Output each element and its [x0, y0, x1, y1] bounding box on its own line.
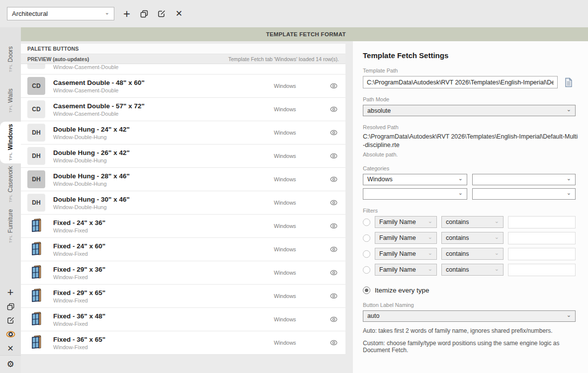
- add-tab-button[interactable]: +: [121, 8, 132, 19]
- palette-row[interactable]: Fixed - 24" x 60" Window-Fixed Windows: [21, 238, 345, 261]
- sidebar-tab-casework[interactable]: TPL Casework: [0, 163, 21, 205]
- sidebar-tab-walls[interactable]: TPL Walls: [0, 80, 21, 122]
- duplicate-row-button[interactable]: [5, 301, 15, 311]
- preview-status: Template Fetch tab 'Windows' loaded 14 r…: [228, 56, 339, 62]
- filter-field-select[interactable]: Family Name ⌄: [375, 264, 437, 276]
- duplicate-tab-button[interactable]: [139, 8, 150, 19]
- edit-icon: [157, 9, 166, 18]
- eye-icon[interactable]: [329, 153, 338, 159]
- toggle-visibility-button[interactable]: [5, 329, 15, 339]
- top-toolbar: Architectural ⌄ + ✕: [0, 0, 588, 27]
- eye-icon[interactable]: [329, 293, 338, 299]
- palette-row[interactable]: DH Double Hung - 24" x 42" Window-Double…: [21, 121, 345, 145]
- eye-icon[interactable]: [329, 200, 338, 206]
- edit-tab-button[interactable]: [156, 8, 167, 19]
- sidebar-tab-furniture[interactable]: TPL Furniture: [0, 205, 21, 247]
- category-select[interactable]: Windows ⌄: [363, 174, 467, 185]
- copy-icon: [140, 9, 149, 18]
- page-title: TEMPLATE FETCH FORMAT: [21, 27, 588, 41]
- filter-operator-select[interactable]: contains ⌄: [441, 232, 504, 244]
- add-row-button[interactable]: +: [5, 288, 15, 298]
- eye-icon[interactable]: [329, 83, 338, 89]
- window-family-icon: [27, 335, 45, 350]
- palette-row-partial[interactable]: Window-Casement-Double: [21, 64, 345, 75]
- copy-icon: [6, 302, 15, 311]
- row-subtitle: Window-Fixed: [53, 274, 274, 280]
- chevron-down-icon: ⌄: [495, 266, 499, 272]
- tab-prefix: TPL: [8, 195, 13, 203]
- filter-enable-radio[interactable]: [363, 219, 370, 226]
- palette-row[interactable]: Fixed - 24" x 36" Window-Fixed Windows: [21, 215, 345, 238]
- filter-field-select[interactable]: Family Name ⌄: [375, 232, 437, 244]
- eye-icon[interactable]: [329, 130, 338, 136]
- settings-gear-button[interactable]: ⚙: [0, 355, 21, 373]
- eye-icon[interactable]: [329, 223, 338, 229]
- filter-field-select[interactable]: Family Name ⌄: [375, 216, 437, 228]
- sidebar-tab-doors[interactable]: TPL Doors: [0, 38, 21, 80]
- path-mode-select[interactable]: absolute ⌄: [363, 105, 576, 116]
- resolved-path-value: C:\ProgramData\Autodesk\RVT 2026\Templat…: [363, 133, 579, 149]
- filter-operator-select[interactable]: contains ⌄: [441, 248, 504, 260]
- row-category: Windows: [274, 293, 329, 299]
- filter-operator-select[interactable]: contains ⌄: [441, 264, 504, 276]
- palette-preview-pane: PALETTE BUTTONS PREVIEW (auto-updates) T…: [21, 41, 353, 373]
- filter-value-input[interactable]: [508, 264, 576, 276]
- eye-icon[interactable]: [329, 270, 338, 276]
- eye-icon[interactable]: [329, 106, 338, 112]
- eye-active-icon: [6, 331, 15, 338]
- palette-row[interactable]: CD Casement Double - 48" x 60" Window-Ca…: [21, 75, 345, 98]
- filter-value-input[interactable]: [508, 232, 576, 244]
- category-select[interactable]: ⌄: [472, 174, 576, 185]
- delete-tab-button[interactable]: ✕: [173, 8, 184, 19]
- palette-row[interactable]: DH Double Hung - 30" x 46" Window-Double…: [21, 191, 345, 215]
- palette-row[interactable]: Fixed - 29" x 65" Window-Fixed Windows: [21, 285, 345, 308]
- palette-row[interactable]: DH Double Hung - 26" x 42" Window-Double…: [21, 145, 345, 168]
- sidebar-tab-windows[interactable]: TPL Windows: [0, 122, 21, 163]
- filter-operator-value: contains: [446, 234, 469, 241]
- palette-row[interactable]: Fixed - 36" x 65" Window-Fixed Windows: [21, 331, 345, 355]
- row-title: Fixed - 24" x 36": [53, 219, 274, 226]
- eye-icon[interactable]: [329, 340, 338, 346]
- plus-icon: +: [7, 288, 14, 298]
- row-title: Fixed - 29" x 36": [53, 266, 274, 273]
- edit-row-button[interactable]: [5, 315, 15, 325]
- palette-row[interactable]: DH Double Hung - 28" x 46" Window-Double…: [21, 168, 345, 191]
- category-select[interactable]: ⌄: [363, 188, 467, 200]
- row-title: Fixed - 24" x 60": [53, 242, 274, 250]
- row-subtitle: Window-Casement-Double: [53, 111, 274, 117]
- tab-prefix: TPL: [8, 152, 13, 161]
- row-subtitle: Window-Double-Hung: [53, 204, 274, 210]
- palette-row[interactable]: Fixed - 29" x 36" Window-Fixed Windows: [21, 261, 345, 285]
- type-badge: [27, 64, 45, 69]
- delete-row-button[interactable]: ✕: [5, 343, 15, 353]
- chevron-down-icon: ⌄: [458, 190, 463, 196]
- filter-enable-radio[interactable]: [363, 250, 370, 258]
- button-label-naming-select[interactable]: auto ⌄: [363, 310, 576, 322]
- palette-row[interactable]: CD Casement Double - 57" x 72" Window-Ca…: [21, 98, 345, 121]
- filter-enable-radio[interactable]: [363, 234, 370, 242]
- filter-value-input[interactable]: [508, 216, 576, 228]
- row-category: Windows: [274, 153, 329, 159]
- row-title: Fixed - 29" x 65": [53, 289, 274, 297]
- filter-value-input[interactable]: [508, 248, 576, 260]
- eye-icon[interactable]: [329, 176, 338, 182]
- row-subtitle: Window-Double-Hung: [53, 181, 274, 187]
- filter-field-value: Family Name: [379, 219, 416, 225]
- category-select[interactable]: ⌄: [472, 188, 576, 200]
- tab-rail: TPL Doors TPL Walls TPL Windows: [0, 27, 21, 373]
- row-title: Double Hung - 24" x 42": [53, 126, 274, 133]
- template-path-input[interactable]: [363, 76, 558, 88]
- filter-enable-radio[interactable]: [363, 266, 370, 274]
- itemize-every-type-radio[interactable]: [363, 287, 370, 294]
- chevron-down-icon: ⌄: [567, 176, 571, 181]
- profile-select[interactable]: Architectural ⌄: [7, 7, 114, 20]
- type-badge: DH: [27, 124, 45, 142]
- filter-field-select[interactable]: Family Name ⌄: [375, 248, 437, 260]
- preview-header: PREVIEW (auto-updates) Template Fetch ta…: [21, 54, 345, 64]
- chevron-down-icon: ⌄: [495, 234, 499, 240]
- filter-operator-select[interactable]: contains ⌄: [441, 216, 504, 228]
- browse-template-button[interactable]: [564, 77, 574, 88]
- eye-icon[interactable]: [329, 246, 338, 252]
- palette-row[interactable]: Fixed - 36" x 48" Window-Fixed Windows: [21, 308, 345, 331]
- eye-icon[interactable]: [329, 316, 338, 322]
